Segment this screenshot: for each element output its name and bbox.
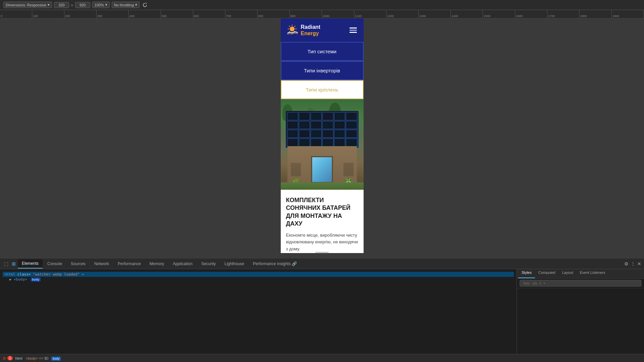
- svg-point-1: [289, 26, 294, 31]
- zoom-label: 100%: [95, 3, 104, 7]
- mobile-header: Radiant Energy: [281, 18, 364, 42]
- hamburger-line-2: [350, 30, 357, 31]
- x-separator: x: [71, 3, 73, 7]
- width-input[interactable]: 320: [54, 2, 69, 8]
- ruler-4: 400: [129, 10, 161, 18]
- error-icon: ⊘: [3, 356, 6, 361]
- tab-network[interactable]: Network: [90, 259, 113, 268]
- house-side-panel-right: [343, 163, 354, 176]
- settings-icon[interactable]: ⚙: [624, 261, 629, 266]
- ruler-3: 300: [97, 10, 129, 18]
- logo-energy: Energy: [301, 30, 321, 37]
- ruler-13: 1300: [419, 10, 451, 18]
- logo-radiant: Radiant: [301, 24, 321, 30]
- ruler-6: 600: [193, 10, 225, 18]
- tab-sources[interactable]: Sources: [67, 259, 90, 268]
- dom-line-body[interactable]: ▶ <body> body: [3, 277, 514, 282]
- panel-cell: [322, 112, 333, 120]
- ruler-15: 1500: [483, 10, 515, 18]
- panel-cell: [287, 112, 298, 120]
- chevron-down-icon: ▾: [48, 3, 50, 7]
- viewport-area: Radiant Energy Тип системи Типи інвертор…: [0, 18, 644, 258]
- tab-event-listeners[interactable]: Event Listeners: [577, 269, 609, 278]
- nav-btn-system-type[interactable]: Тип системи: [281, 42, 364, 61]
- error-badge: 1: [7, 356, 13, 360]
- chevron-down-icon-zoom: ▾: [105, 3, 107, 7]
- ruler-2: 200: [64, 10, 97, 18]
- mobile-scrollbar: [315, 252, 329, 253]
- ruler-10: 1000: [322, 10, 354, 18]
- hamburger-button[interactable]: [348, 26, 358, 34]
- dom-tree-panel: <html class= "watcher webp loaded" > ▶ <…: [0, 269, 517, 362]
- more-icon[interactable]: ⋮: [631, 261, 635, 266]
- hamburger-line-3: [350, 32, 357, 33]
- ruler-12: 1200: [386, 10, 419, 18]
- body-badge: body: [31, 278, 41, 282]
- mobile-frame: Radiant Energy Тип системи Типи інвертор…: [281, 18, 364, 253]
- body-tag-badge: body: [51, 357, 61, 361]
- dom-line-html[interactable]: <html class= "watcher webp loaded" >: [3, 272, 514, 277]
- tab-computed[interactable]: Computed: [535, 269, 559, 278]
- panel-cell: [334, 130, 345, 138]
- tab-memory[interactable]: Memory: [146, 259, 168, 268]
- logo-container: Radiant Energy: [286, 24, 321, 37]
- nav-btn-inverter-types[interactable]: Типи інверторів: [281, 61, 364, 80]
- panel-cell: [287, 138, 298, 146]
- panel-cell: [311, 112, 322, 120]
- hero-image: 🪴 🌿: [281, 99, 364, 190]
- chevron-down-icon-throttle: ▾: [135, 3, 137, 7]
- tab-console[interactable]: Console: [43, 259, 66, 268]
- devtools-status-bar: ⊘ 1 html <body> == $0 body: [0, 354, 644, 362]
- devtools-controls: ⚙ ⋮ ✕: [624, 261, 641, 266]
- body-tag-crumb[interactable]: <body>: [25, 356, 38, 360]
- tab-security[interactable]: Security: [197, 259, 220, 268]
- tab-application[interactable]: Application: [169, 259, 197, 268]
- throttle-select[interactable]: No throttling ▾: [112, 2, 140, 8]
- devtools-tabs: ⬚ ⊞ Elements Console Sources Network Per…: [0, 258, 644, 269]
- panel-cell: [322, 138, 333, 146]
- responsive-label: Dimensions: Responsive: [6, 3, 46, 7]
- responsive-select[interactable]: Dimensions: Responsive ▾: [3, 2, 52, 8]
- panel-cell: [346, 130, 357, 138]
- styles-tabs: Styles Computed Layout Event Listeners: [517, 269, 644, 279]
- close-icon[interactable]: ✕: [637, 261, 641, 266]
- panel-cell: [346, 112, 357, 120]
- devtools-content: <html class= "watcher webp loaded" > ▶ <…: [0, 269, 644, 362]
- tab-performance[interactable]: Performance: [114, 259, 145, 268]
- devtools-topbar: Dimensions: Responsive ▾ 320 x 920 100% …: [0, 0, 644, 10]
- panel-cell: [311, 138, 322, 146]
- tab-styles[interactable]: Styles: [518, 269, 535, 278]
- devtools-responsive-icon[interactable]: ⊞: [10, 260, 17, 268]
- styles-filter: [517, 279, 644, 288]
- panel-cell: [334, 138, 345, 146]
- content-title: КОМПЛЕКТИ СОНЯЧНИХ БАТАРЕЙ ДЛЯ МОНТАЖУ Н…: [286, 196, 358, 228]
- ruler-5: 500: [161, 10, 193, 18]
- nav-btn-mount-types[interactable]: Типи кріплень: [281, 80, 364, 99]
- html-crumb[interactable]: html: [15, 356, 22, 360]
- zoom-select[interactable]: 100% ▾: [92, 2, 110, 8]
- dollar-label: $0: [44, 356, 48, 360]
- ruler-1: 100: [32, 10, 64, 18]
- height-input[interactable]: 920: [75, 2, 90, 8]
- panel-cell: [287, 130, 298, 138]
- tab-layout[interactable]: Layout: [559, 269, 577, 278]
- filter-input[interactable]: [520, 280, 641, 287]
- body-eq-label: <body> == $0 body: [23, 356, 61, 360]
- ground: [281, 182, 364, 190]
- ruler-ticks: 0 100 200 300 400 500 600 700 800 900 10…: [0, 10, 644, 18]
- rotate-icon[interactable]: [142, 2, 148, 8]
- tab-performance-insights[interactable]: Performance insights 🔗: [249, 259, 301, 268]
- ruler-7: 700: [225, 10, 258, 18]
- tab-elements[interactable]: Elements: [18, 259, 43, 268]
- tab-lighthouse[interactable]: Lighthouse: [220, 259, 248, 268]
- svg-marker-0: [146, 2, 147, 4]
- topbar-left: Dimensions: Responsive ▾ 320 x 920 100% …: [3, 2, 641, 8]
- panel-cell: [299, 121, 310, 129]
- dom-breadcrumb: html <body> == $0 body: [15, 356, 61, 360]
- ruler-19: 1900: [612, 10, 644, 18]
- ruler-16: 1600: [515, 10, 547, 18]
- devtools-inspect-icon[interactable]: ⬚: [3, 260, 10, 268]
- error-indicator[interactable]: ⊘ 1: [3, 356, 13, 361]
- house-window: [311, 156, 333, 183]
- logo-text: Radiant Energy: [301, 24, 321, 37]
